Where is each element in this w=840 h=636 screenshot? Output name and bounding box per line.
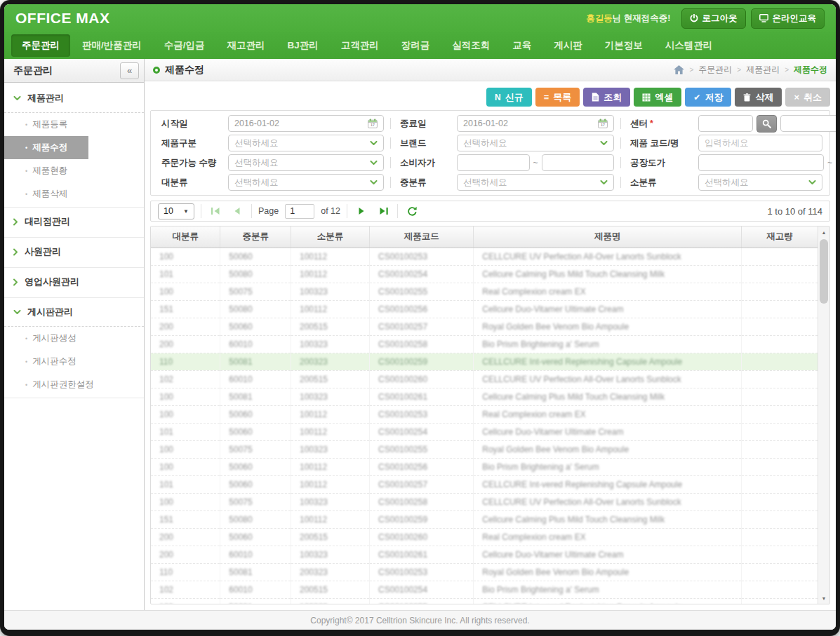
middle-category-select[interactable]: 선택하세요	[457, 174, 614, 191]
excel-button[interactable]: 엑셀	[634, 88, 681, 107]
table-row[interactable]: 20060010100323CS00100258Bio Prism Bright…	[151, 335, 818, 353]
cell-text: 110	[159, 567, 173, 577]
tree-group-header[interactable]: 대리점관리	[4, 208, 144, 236]
product-code-name-field-input[interactable]	[698, 135, 822, 151]
table-row[interactable]: 10150060100112CS00100254Cellcure Duo-Vit…	[151, 423, 818, 440]
breadcrumb-item[interactable]: 주문관리	[698, 64, 732, 76]
sidebar-collapse-button[interactable]: «	[120, 62, 139, 79]
next-page-button[interactable]	[354, 203, 369, 219]
sidebar-item[interactable]: •제품등록	[4, 113, 144, 136]
cell-text: 110	[159, 357, 173, 367]
logout-button[interactable]: 로그아웃	[681, 8, 746, 29]
cell-text: CS00100257	[378, 322, 427, 332]
table-row[interactable]: 15150080100112CS00100256Cellcure Duo-Vit…	[151, 300, 818, 318]
end-date-field-input[interactable]: 2016-01-0217	[457, 115, 614, 132]
inquiry-button-label: 조회	[604, 91, 622, 104]
table-cell: CELLCURE Int-vered Replenishing Capsule …	[474, 598, 742, 604]
last-page-button[interactable]	[375, 203, 391, 219]
new-button[interactable]: N신규	[486, 88, 532, 107]
nav-item-9[interactable]: 교육	[502, 34, 542, 57]
online-education-button[interactable]: 온라인교육	[751, 8, 825, 29]
table-row[interactable]: 10050060100112CS00100253CELLCURE UV Perf…	[151, 248, 818, 265]
consumer-price-range-to-input[interactable]	[542, 154, 615, 171]
table-row[interactable]: 10150080100112CS00100254Cellcure Calming…	[151, 265, 818, 283]
tree-group-header[interactable]: 게시판관리	[4, 298, 144, 327]
table-row[interactable]: 15150080100112CS00100259Cellcure Calming…	[151, 510, 818, 528]
table-row[interactable]: 10050075100323CS00100255Royal Golden Bee…	[151, 440, 818, 458]
center-search-button[interactable]	[756, 115, 777, 133]
tree-group-header[interactable]: 영업사원관리	[4, 268, 144, 296]
sidebar-item-label: 제품등록	[32, 119, 67, 130]
sidebar-item[interactable]: •제품삭제	[4, 182, 144, 205]
vertical-scrollbar[interactable]: ▲ ▼	[818, 226, 829, 604]
cell-text: CELLCURE Int-vered Replenishing Capsule …	[482, 480, 682, 489]
cancel-button[interactable]: ×취소	[785, 88, 830, 107]
start-date-field-input[interactable]: 2016-01-0217	[228, 115, 384, 132]
cell-text: 100323	[300, 287, 328, 297]
orderable-qty-select[interactable]: 선택하세요	[228, 154, 384, 171]
table-row[interactable]: 20050060200515CS00100260Real Complexion …	[151, 528, 818, 546]
consumer-price-range-from-input[interactable]	[457, 154, 530, 171]
breadcrumb-item[interactable]: 제품관리	[746, 64, 780, 76]
tree-group-header[interactable]: 제품관리	[4, 84, 144, 113]
table-row[interactable]: 10050060100112CS00100256Bio Prism Bright…	[151, 458, 818, 475]
window-frame: OFFICE MAX 홍길동님 현재접속중! 로그아웃 온라인교육 주문관리판매…	[0, 0, 840, 636]
nav-item-10[interactable]: 게시판	[543, 34, 593, 57]
nav-item-1[interactable]: 주문관리	[11, 34, 70, 57]
delete-button[interactable]: 삭제	[735, 88, 782, 107]
table-row[interactable]: 10150060100112CS00100257CELLCURE Int-ver…	[151, 475, 818, 493]
table-cell: 100112	[291, 248, 369, 265]
breadcrumb-item[interactable]: 제품수정	[794, 64, 827, 76]
table-row[interactable]: 10050081100323CS00100261Cellcure Calming…	[151, 388, 818, 405]
table-row[interactable]: 20060010100323CS00100261Cellcure Duo-Vit…	[151, 546, 818, 563]
product-type-select[interactable]: 선택하세요	[228, 135, 384, 151]
center-field-name-input[interactable]	[780, 115, 836, 132]
refresh-button[interactable]	[404, 203, 420, 219]
first-page-button[interactable]	[208, 203, 223, 219]
major-category-select[interactable]: 선택하세요	[228, 174, 384, 191]
table-row[interactable]: 11050081200323CS00100259CELLCURE Int-ver…	[151, 353, 818, 370]
calendar-icon[interactable]: 17	[368, 119, 378, 128]
sidebar-item[interactable]: •제품수정	[4, 136, 88, 159]
nav-item-2[interactable]: 판매/반품관리	[72, 34, 152, 57]
table-cell: 100	[151, 405, 220, 423]
table-row[interactable]: 10260010200515CS00100254Bio Prism Bright…	[151, 581, 818, 598]
tree-group-header[interactable]: 사원관리	[4, 238, 144, 266]
table-row[interactable]: 10260010200515CS00100260CELLCURE UV Perf…	[151, 370, 818, 388]
inquiry-button[interactable]: 조회	[583, 88, 630, 107]
nav-item-3[interactable]: 수금/입금	[154, 34, 215, 57]
page-size-select[interactable]: 10 ▼	[158, 203, 194, 219]
sidebar-item[interactable]: •게시판수정	[4, 350, 144, 373]
table-row[interactable]: 11050081200323CS00100253Royal Golden Bee…	[151, 563, 818, 581]
factory-price-range-from-input[interactable]	[698, 154, 824, 171]
table-row[interactable]: 10050081100323CS00100255CELLCURE Int-ver…	[151, 598, 818, 604]
sidebar-item[interactable]: •제품현황	[4, 159, 144, 182]
calendar-icon[interactable]: 17	[598, 119, 608, 128]
nav-item-4[interactable]: 재고관리	[217, 34, 276, 57]
nav-item-6[interactable]: 고객관리	[331, 34, 389, 57]
nav-item-11[interactable]: 기본정보	[594, 34, 653, 57]
nav-item-5[interactable]: BJ관리	[277, 34, 329, 57]
table-row[interactable]: 10050060100112CS00100253Real Complexion …	[151, 405, 818, 423]
scrollbar-thumb[interactable]	[820, 239, 828, 304]
sidebar-item[interactable]: •게시판생성	[4, 327, 144, 350]
table-row[interactable]: 10050075100323CS00100258CELLCURE UV Perf…	[151, 493, 818, 510]
table-row[interactable]: 10050075100323CS00100255Real Complexion …	[151, 283, 818, 300]
nav-item-8[interactable]: 실적조회	[441, 34, 500, 57]
field-divider	[390, 137, 391, 149]
brand-select[interactable]: 선택하세요	[457, 135, 614, 151]
list-button[interactable]: ≡목록	[535, 88, 580, 107]
sidebar-item[interactable]: •게시판권한설정	[4, 373, 144, 396]
table-row[interactable]: 20050060200515CS00100257Royal Golden Bee…	[151, 318, 818, 335]
center-field-code-input[interactable]	[698, 115, 753, 132]
scroll-up-icon[interactable]: ▲	[818, 226, 829, 238]
nav-item-12[interactable]: 시스템관리	[655, 34, 724, 57]
save-button[interactable]: ✔저장	[685, 88, 731, 107]
nav-item-7[interactable]: 장려금	[391, 34, 441, 57]
page-number-input[interactable]	[285, 204, 314, 219]
table-cell: 100	[151, 388, 220, 405]
minor-category-select[interactable]: 선택하세요	[698, 174, 822, 191]
scroll-down-icon[interactable]: ▼	[818, 593, 829, 604]
home-icon[interactable]	[674, 65, 684, 74]
prev-page-button[interactable]	[229, 203, 245, 219]
